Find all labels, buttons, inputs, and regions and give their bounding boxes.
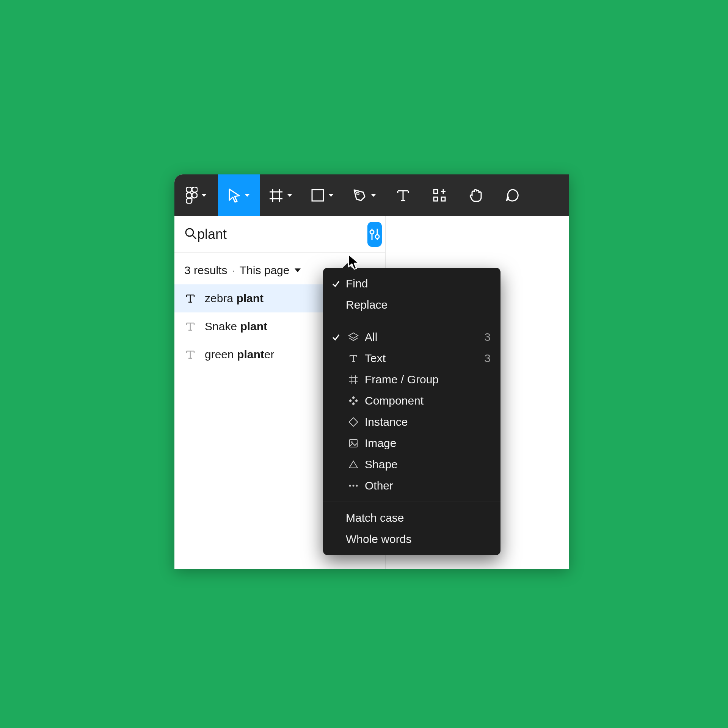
- option-label: Match case: [346, 511, 491, 524]
- chevron-down-icon: [371, 194, 376, 197]
- filter-text[interactable]: Text 3: [323, 348, 500, 369]
- frame-tool[interactable]: [260, 174, 301, 216]
- svg-rect-55: [352, 402, 355, 405]
- svg-marker-61: [349, 461, 358, 468]
- svg-rect-16: [434, 190, 438, 193]
- filter-label: Instance: [365, 416, 491, 428]
- svg-rect-18: [441, 197, 445, 201]
- svg-point-62: [349, 485, 351, 487]
- chevron-down-icon: [328, 194, 334, 197]
- svg-rect-58: [349, 418, 358, 427]
- app-window: 3 results · This page zebra plant: [174, 174, 569, 569]
- search-settings-dropdown: Find Replace All 3: [323, 268, 500, 555]
- search-row: [174, 216, 385, 253]
- text-icon: [396, 188, 410, 202]
- pen-tool[interactable]: [343, 174, 385, 216]
- instance-icon: [346, 417, 361, 427]
- svg-rect-1: [192, 187, 198, 192]
- dropdown-modes: Find Replace: [323, 268, 500, 321]
- resources-icon: [432, 188, 447, 202]
- filter-label: Text: [365, 352, 480, 365]
- mode-label: Replace: [346, 298, 491, 311]
- svg-rect-8: [312, 190, 323, 201]
- chevron-down-icon: [295, 268, 301, 272]
- svg-point-26: [375, 235, 379, 238]
- option-whole-words[interactable]: Whole words: [323, 529, 500, 550]
- svg-point-3: [192, 193, 197, 198]
- chevron-down-icon: [245, 194, 250, 197]
- component-icon: [346, 396, 361, 406]
- svg-rect-54: [352, 396, 355, 399]
- result-text: Snake plant: [205, 320, 267, 333]
- chevron-down-icon: [201, 194, 207, 197]
- option-match-case[interactable]: Match case: [323, 507, 500, 529]
- filter-all[interactable]: All 3: [323, 326, 500, 348]
- rectangle-icon: [311, 188, 325, 202]
- svg-marker-44: [349, 333, 358, 338]
- svg-rect-17: [434, 197, 438, 201]
- check-icon: [330, 333, 342, 341]
- move-tool[interactable]: [218, 174, 260, 216]
- result-text: zebra plant: [205, 292, 264, 305]
- filter-instance[interactable]: Instance: [323, 411, 500, 433]
- filter-label: Image: [365, 437, 491, 450]
- svg-rect-0: [186, 187, 192, 192]
- svg-point-64: [356, 485, 358, 487]
- text-icon: [184, 293, 196, 303]
- svg-point-63: [353, 485, 355, 487]
- filter-label: Other: [365, 479, 491, 492]
- scope-label: This page: [240, 264, 290, 277]
- filter-frame[interactable]: Frame / Group: [323, 369, 500, 390]
- figma-icon: [186, 187, 198, 204]
- cursor-icon: [228, 188, 241, 202]
- pen-icon: [352, 188, 367, 203]
- filter-shape[interactable]: Shape: [323, 454, 500, 475]
- option-label: Whole words: [346, 533, 491, 546]
- frame-icon: [269, 188, 283, 202]
- layers-icon: [346, 332, 361, 342]
- text-icon: [184, 322, 196, 331]
- top-toolbar: [174, 174, 569, 216]
- shape-tool[interactable]: [301, 174, 343, 216]
- comment-tool[interactable]: [494, 174, 530, 216]
- filter-count: 3: [484, 352, 491, 365]
- filter-label: All: [365, 331, 480, 344]
- ellipsis-icon: [346, 484, 361, 487]
- svg-rect-2: [186, 193, 192, 198]
- frame-icon: [346, 375, 361, 384]
- result-text: green planter: [205, 348, 274, 361]
- mode-find[interactable]: Find: [323, 273, 500, 294]
- hand-tool[interactable]: [458, 174, 494, 216]
- hand-icon: [468, 188, 483, 203]
- figma-menu[interactable]: [174, 174, 218, 216]
- sliders-icon: [367, 227, 382, 242]
- filter-component[interactable]: Component: [323, 390, 500, 411]
- search-icon: [184, 227, 197, 242]
- text-tool[interactable]: [385, 174, 421, 216]
- resources-tool[interactable]: [421, 174, 458, 216]
- filter-image[interactable]: Image: [323, 433, 500, 454]
- check-icon: [330, 279, 342, 288]
- svg-rect-59: [350, 439, 357, 447]
- separator-dot: ·: [232, 264, 235, 277]
- shape-icon: [346, 460, 361, 469]
- text-icon: [346, 354, 361, 363]
- filter-other[interactable]: Other: [323, 475, 500, 496]
- dropdown-filters: All 3 Text 3 Frame / Group: [323, 321, 500, 502]
- chevron-down-icon: [287, 194, 292, 197]
- comment-icon: [505, 188, 520, 203]
- search-input[interactable]: [197, 226, 367, 242]
- svg-rect-56: [349, 399, 352, 402]
- mode-label: Find: [346, 277, 491, 290]
- svg-line-22: [193, 235, 196, 239]
- search-settings-button[interactable]: [367, 222, 382, 247]
- svg-point-21: [186, 229, 193, 236]
- image-icon: [346, 438, 361, 448]
- svg-point-60: [351, 441, 353, 443]
- dropdown-options: Match case Whole words: [323, 502, 500, 555]
- mode-replace[interactable]: Replace: [323, 294, 500, 315]
- text-icon: [184, 350, 196, 359]
- filter-label: Shape: [365, 458, 491, 471]
- svg-rect-57: [355, 399, 358, 402]
- filter-label: Frame / Group: [365, 373, 491, 386]
